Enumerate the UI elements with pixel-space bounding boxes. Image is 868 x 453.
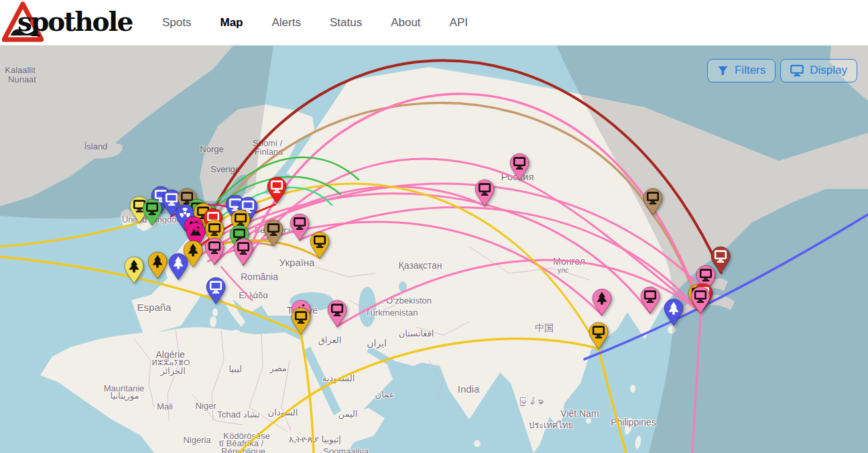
map-marker-monitor[interactable] xyxy=(588,322,609,350)
map-marker-monitor[interactable] xyxy=(233,238,254,266)
route-lines-layer xyxy=(0,46,868,453)
route-line xyxy=(239,339,599,453)
map-marker-tree[interactable] xyxy=(591,288,613,316)
display-button[interactable]: Display xyxy=(780,59,857,82)
map-marker-monitor[interactable] xyxy=(205,277,227,305)
route-line xyxy=(692,315,700,453)
map-marker-monitor[interactable] xyxy=(266,176,288,204)
route-line xyxy=(196,194,650,313)
header: spothole SpotsMapAlertsStatusAboutAPI xyxy=(0,0,868,46)
route-line xyxy=(599,348,626,453)
route-line xyxy=(243,159,519,265)
map-marker-tree[interactable] xyxy=(663,298,684,326)
nav-item-about[interactable]: About xyxy=(391,16,420,29)
map-toolbar: Filters Display xyxy=(707,59,857,82)
filters-button-label: Filters xyxy=(735,64,765,77)
map-marker-monitor[interactable] xyxy=(309,231,330,259)
route-line xyxy=(203,184,599,348)
map-marker-monitor[interactable] xyxy=(690,286,711,314)
map-marker-monitor[interactable] xyxy=(509,153,530,181)
map-marker-monitor[interactable] xyxy=(204,237,225,265)
map-marker-monitor[interactable] xyxy=(141,198,163,226)
map-marker-monitor[interactable] xyxy=(474,179,495,207)
funnel-icon xyxy=(717,65,729,76)
route-line xyxy=(0,222,139,247)
map-marker-tree[interactable] xyxy=(168,253,189,281)
map-marker-monitor[interactable] xyxy=(263,219,284,247)
map-marker-monitor[interactable] xyxy=(642,188,664,216)
map-marker-monitor[interactable] xyxy=(289,213,310,241)
main-nav: SpotsMapAlertsStatusAboutAPI xyxy=(162,16,468,29)
monitor-icon xyxy=(790,64,804,76)
nav-item-api[interactable]: API xyxy=(450,16,468,29)
nav-item-spots[interactable]: Spots xyxy=(162,16,191,29)
map-marker-monitor[interactable] xyxy=(326,300,348,328)
logo[interactable]: spothole xyxy=(0,0,134,45)
map-canvas[interactable]: KalaallitNunaatÍslandNorgeSverigeSuomi /… xyxy=(0,46,868,453)
map-marker-monitor[interactable] xyxy=(639,286,661,314)
map-marker-tree[interactable] xyxy=(147,251,168,279)
display-button-label: Display xyxy=(810,64,847,77)
nav-item-status[interactable]: Status xyxy=(330,16,362,29)
filters-button[interactable]: Filters xyxy=(707,59,776,82)
logo-text: spothole xyxy=(17,6,132,37)
map-marker-tree[interactable] xyxy=(123,256,145,284)
page: spothole SpotsMapAlertsStatusAboutAPI xyxy=(0,0,868,453)
map-marker-monitor[interactable] xyxy=(290,307,312,335)
nav-item-map[interactable]: Map xyxy=(220,16,243,29)
nav-item-alerts[interactable]: Alerts xyxy=(271,16,300,29)
